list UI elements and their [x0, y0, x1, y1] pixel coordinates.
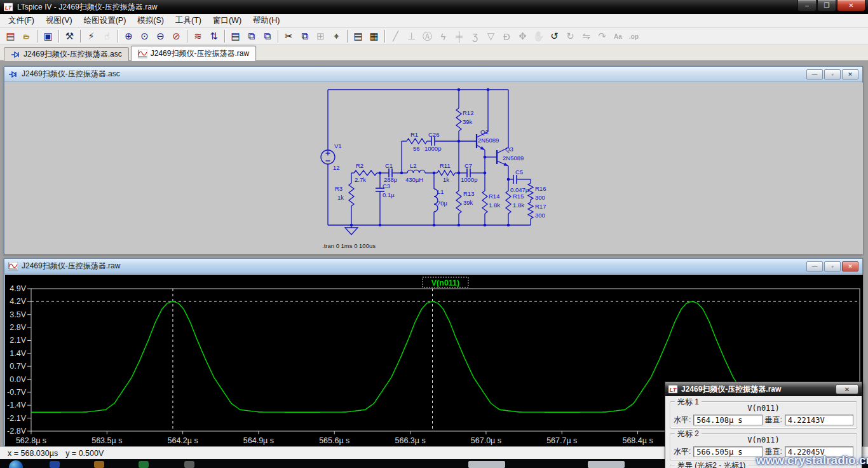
zoom-undo-button[interactable]: ⊘: [168, 29, 184, 44]
zoom-in-button[interactable]: ⊕: [121, 29, 137, 44]
menu-item-5[interactable]: 窗口(W): [207, 14, 247, 27]
svg-text:.tran 0 1ms 0 100us: .tran 0 1ms 0 100us: [322, 242, 376, 249]
open-button[interactable]: 🗁: [18, 29, 34, 44]
undo-button[interactable]: ↺: [546, 29, 562, 44]
menu-item-2[interactable]: 绘图设置(P): [78, 14, 132, 27]
zoom-in-icon: ⊕: [125, 31, 133, 42]
cut-button[interactable]: ✂: [281, 29, 297, 44]
svg-text:2N5089: 2N5089: [503, 155, 524, 162]
close-button[interactable]: ✕: [842, 261, 858, 272]
close-button[interactable]: ✕: [842, 69, 858, 79]
minimize-button[interactable]: –: [797, 0, 817, 11]
svg-text:56: 56: [413, 145, 420, 152]
cursor-group-label: 光标 2: [675, 429, 702, 439]
autorange-button[interactable]: ⇅: [206, 29, 222, 44]
zoom-undo-icon: ⊘: [172, 31, 180, 42]
schematic-window-titlebar[interactable]: J2469扫频仪-压控振荡器.asc —▫✕: [4, 67, 862, 82]
taskbar-icon[interactable]: [184, 461, 194, 468]
zoom-full-button[interactable]: ⊙: [137, 29, 153, 44]
svg-text:1k: 1k: [337, 194, 344, 201]
menu-item-6[interactable]: 帮助(H): [247, 14, 285, 27]
maximize-button[interactable]: ▫: [824, 261, 841, 272]
halt-button: ☝: [99, 29, 115, 44]
plot-settings-button[interactable]: ≋: [190, 29, 206, 44]
new-schematic-icon: ▤: [6, 31, 15, 42]
print-button[interactable]: ▦: [366, 29, 382, 44]
cursor-dialog-titlebar[interactable]: LT J2469扫频仪-压控振荡器.raw ✕: [665, 382, 862, 396]
toolbar-separator: [187, 30, 187, 43]
minimize-button[interactable]: —: [806, 69, 823, 79]
move-button: ✥: [515, 29, 531, 44]
close-button[interactable]: ✕: [837, 0, 865, 11]
field-value[interactable]: 4.22143V: [785, 415, 853, 425]
svg-text:LT: LT: [670, 387, 677, 393]
print-preview-button[interactable]: ▤: [350, 29, 366, 44]
mirror-icon: ⇋: [582, 31, 590, 42]
schematic-canvas[interactable]: V112R31kR22.7kC30.1µC1288pL2430µHR156C26…: [5, 83, 863, 254]
cascade-all-button[interactable]: ⧉: [259, 29, 275, 44]
window-controls: –❐✕: [797, 0, 865, 11]
taskbar-button[interactable]: [588, 461, 625, 468]
menu-bar: 文件(F)视图(V)绘图设置(P)模拟(S)工具(T)窗口(W)帮助(H): [0, 14, 868, 28]
svg-text:12: 12: [333, 164, 340, 171]
minimize-button[interactable]: —: [806, 261, 823, 272]
watermark-url: www.crystalradio.cn: [756, 453, 868, 467]
menu-item-1[interactable]: 视图(V): [40, 14, 78, 27]
place-ground-button: ⊥: [403, 29, 419, 44]
text-icon: Aa: [614, 33, 622, 40]
taskbar-button[interactable]: [468, 461, 505, 468]
maximize-button[interactable]: ▫: [824, 69, 841, 79]
cascade-windows-button[interactable]: ⧉: [243, 29, 259, 44]
zoom-out-button[interactable]: ⊖: [153, 29, 168, 44]
toolbar-separator: [278, 30, 278, 43]
tab-waveform[interactable]: J2469扫频仪-压控振荡器.raw: [131, 46, 256, 61]
paste-icon: ⊞: [316, 31, 325, 42]
waveform-window-titlebar[interactable]: J2469扫频仪-压控振荡器.raw —▫✕: [4, 259, 862, 274]
tile-windows-button[interactable]: ▤: [227, 29, 243, 44]
find-icon: ⌖: [334, 31, 339, 42]
place-capacitor-button: ╪: [451, 29, 467, 44]
paste-button: ⊞: [313, 29, 329, 44]
waveform-window-controls: —▫✕: [806, 261, 858, 272]
mirror-button: ⇋: [578, 29, 594, 44]
toolbar-separator: [118, 30, 118, 43]
menu-item-4[interactable]: 工具(T): [170, 14, 207, 27]
field-label: 垂直:: [765, 415, 782, 425]
save-button[interactable]: ▣: [40, 29, 56, 44]
taskbar-icon[interactable]: [139, 461, 149, 468]
svg-text:R3: R3: [335, 185, 342, 192]
place-resistor-button: ϟ: [435, 29, 451, 44]
toolbar-separator: [58, 30, 59, 43]
dialog-close-button[interactable]: ✕: [836, 384, 858, 394]
toolbar: ▤🗁▣⚒⚡☝⊕⊙⊖⊘≋⇅▤⧉⧉✂⧉⊞⌖▤▦╱⊥Ⓐϟ╪Ʒ▽Ð✥✋↺↻⇋↷Aa.op: [0, 28, 868, 45]
copy-button[interactable]: ⧉: [297, 29, 313, 44]
control-panel-button[interactable]: ⚒: [62, 29, 78, 44]
start-orb-icon[interactable]: [9, 460, 23, 468]
svg-text:300: 300: [535, 212, 545, 219]
menu-item-3[interactable]: 模拟(S): [132, 14, 170, 27]
svg-text:3.5V: 3.5V: [10, 310, 26, 319]
find-button[interactable]: ⌖: [329, 29, 344, 44]
svg-text:39k: 39k: [463, 118, 473, 125]
save-icon: ▣: [43, 31, 52, 42]
new-schematic-button[interactable]: ▤: [3, 29, 18, 44]
menu-item-0[interactable]: 文件(F): [3, 14, 40, 27]
draw-wire-icon: ╱: [393, 31, 398, 42]
place-inductor-button: Ʒ: [467, 29, 483, 44]
field-value[interactable]: 564.108µ s: [693, 415, 762, 425]
place-diode-button: ▽: [483, 29, 499, 44]
restore-button[interactable]: ❐: [817, 0, 836, 11]
svg-text:562.8µ s: 562.8µ s: [16, 436, 46, 445]
svg-text:R12: R12: [463, 109, 473, 116]
tab-schematic[interactable]: J2469扫频仪-压控振荡器.asc: [4, 47, 129, 61]
place-resistor-icon: ϟ: [441, 31, 446, 42]
taskbar-icon[interactable]: [94, 461, 104, 468]
svg-text:2N5089: 2N5089: [478, 137, 499, 144]
svg-text:-2.8V: -2.8V: [7, 427, 27, 436]
taskbar-icon[interactable]: [50, 461, 60, 468]
svg-text:R13: R13: [463, 190, 474, 197]
run-button[interactable]: ⚡: [83, 29, 99, 44]
cursor-group-label: 差异 (光标2 - 光标1): [675, 460, 748, 468]
field-value[interactable]: 566.505µ s: [693, 446, 762, 457]
svg-text:566.3µ s: 566.3µ s: [395, 436, 425, 445]
